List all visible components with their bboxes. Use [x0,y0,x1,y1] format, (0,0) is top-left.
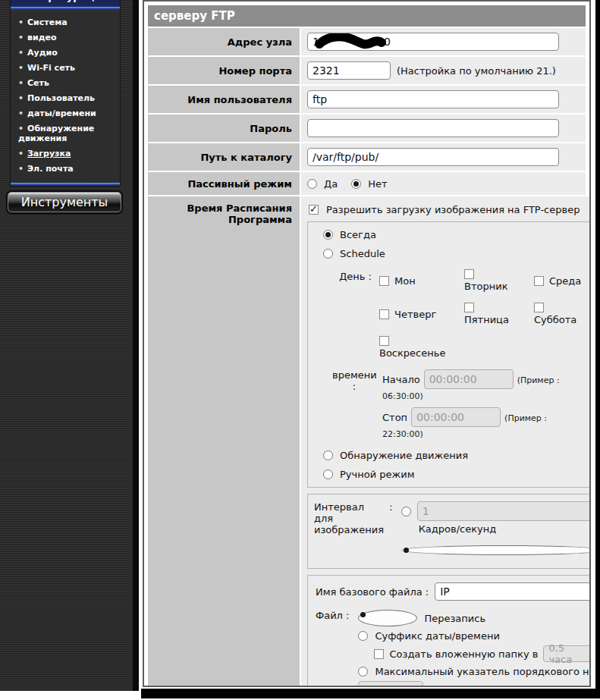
mode-manual-label: Ручной режим [340,469,414,480]
day-mon-checkbox[interactable] [379,276,389,286]
mode-always-label: Всегда [340,229,376,240]
sidebar-item-email[interactable]: •Эл. почта [18,164,115,174]
port-input[interactable] [307,61,391,80]
bullet-icon: • [18,48,24,58]
schedule-mode-group: Всегда Schedule День : Мон Вторник Среда… [307,221,591,488]
stop-time-input[interactable]: 00:00:00 [411,407,501,427]
file-maxseq-label: Максимальный указатель порядкового номер… [375,666,591,677]
file-overwrite-label: Перезапись [424,613,485,624]
file-suffix-radio[interactable] [358,631,368,641]
sidebar-item-motion[interactable]: •Обнаружение движения [18,124,115,143]
file-label: Файл : [316,610,349,687]
subfolder-label: Создать вложенную папку в [389,648,538,660]
start-time-input[interactable]: 00:00:00 [424,369,514,389]
day-tue-checkbox[interactable] [464,269,474,279]
day-mon-label: Мон [394,275,416,287]
ftp-settings-panel: серверу FTP Адрес узла 1 0 Номер порта (… [143,0,591,687]
username-input[interactable] [307,90,559,108]
sidebar-item-audio[interactable]: •Аудио [18,48,115,58]
day-thu-label: Четверг [394,309,436,320]
passive-no-radio[interactable] [351,179,361,189]
sidebar-item-datetime[interactable]: •даты/времени [18,108,115,118]
bullet-icon: • [18,164,24,174]
day-fri-label: Пятница [464,314,509,325]
time-colon: : [332,381,376,392]
sidebar-divider [133,0,139,691]
stop-label: Стоп [382,412,407,423]
bullet-icon: • [18,108,24,118]
page-title: серверу FTP [148,5,586,27]
passive-yes-label: Да [324,178,338,190]
file-group: Имя базового файла : Файл : Перезапись С… [307,575,591,687]
config-button[interactable]: Конфигурация [11,0,120,7]
start-label: Начало [382,374,420,385]
sidebar-menu: Конфигурация •Система •видео •Аудио •Wi-… [10,0,121,187]
username-label: Имя пользователя [148,86,300,113]
path-input[interactable] [307,148,559,166]
sidebar-item-wifi[interactable]: •Wi-Fi сеть [18,63,115,73]
sidebar-item-network[interactable]: •Сеть [18,78,115,88]
mode-motion-radio[interactable] [323,450,333,460]
sidebar-item-system[interactable]: •Система [18,17,115,27]
enable-upload-checkbox[interactable] [309,205,319,215]
interval-colon: : [389,501,397,561]
frame-bottom [141,689,600,698]
day-fri-checkbox[interactable] [464,303,474,312]
config-button-clip: Конфигурация [11,0,120,7]
enable-upload-label: Разрешить загрузку изображения на FTP-се… [326,204,580,215]
interval-group: Интервал для изображения : 1 Кадров/секу… [307,494,591,569]
day-sun-checkbox[interactable] [379,336,389,346]
frame-right [595,0,600,698]
bullet-icon: • [18,124,24,133]
sidebar-item-video[interactable]: •видео [18,33,115,42]
day-tue-label: Вторник [464,281,508,292]
password-input[interactable] [307,119,559,137]
passive-yes-radio[interactable] [307,179,317,189]
bullet-icon: • [18,93,24,103]
bullet-icon: • [18,17,24,27]
day-sat-checkbox[interactable] [534,303,544,312]
sidebar-item-upload[interactable]: •Загрузка [18,149,115,159]
time-label: времени [332,369,377,381]
fps-radio[interactable] [401,507,411,516]
mode-motion-label: Обнаружение движения [340,450,468,461]
subfolder-checkbox[interactable] [374,649,384,659]
day-wed-checkbox[interactable] [534,276,544,286]
mode-schedule-label: Schedule [340,248,385,259]
file-maxseq-radio[interactable] [358,667,368,676]
path-label: Путь к каталогу [148,143,300,171]
host-input[interactable]: 1 0 [307,33,559,51]
tools-button[interactable]: Инструменты [8,192,121,212]
day-sat-label: Суббота [534,314,576,325]
interval-label: Интервал для изображения [314,501,385,561]
schedule-label: Время Расписания Программа [148,196,300,687]
spf-radio[interactable] [401,545,591,555]
basefile-input[interactable] [435,582,591,601]
mode-schedule-radio[interactable] [323,249,333,259]
page: Конфигурация •Система •видео •Аудио •Wi-… [0,0,600,700]
mode-manual-radio[interactable] [323,469,333,479]
redaction-scribble-icon [314,33,387,50]
mode-always-radio[interactable] [323,230,333,240]
host-label: Адрес узла [148,28,300,55]
fps-unit-label: Кадров/секунд [419,523,591,535]
sidebar-item-user[interactable]: •Пользователь [18,93,115,103]
day-grid: Мон Вторник Среда Четверг Пятница Суббот… [379,269,591,359]
passive-label: Пассивный режим [148,172,300,195]
file-overwrite-radio[interactable] [358,610,417,626]
bullet-icon: • [18,33,24,42]
bullet-icon: • [18,149,24,159]
basefile-label: Имя базового файла : [316,586,429,598]
bullet-icon: • [18,78,24,88]
sidebar-nav: •Система •видео •Аудио •Wi-Fi сеть •Сеть… [11,10,120,185]
day-thu-checkbox[interactable] [379,309,389,319]
day-sun-label: Воскресенье [379,347,445,359]
subfolder-select[interactable]: 0,5 часа [543,645,591,662]
fps-select[interactable]: 1 [417,501,591,521]
day-wed-label: Среда [549,275,581,287]
maxseq-input[interactable]: 1024 [358,681,423,687]
bullet-icon: • [18,63,24,73]
passive-no-label: Нет [368,178,387,190]
port-note: (Настройка по умолчанию 21.) [397,65,556,77]
password-label: Пароль [148,115,300,142]
